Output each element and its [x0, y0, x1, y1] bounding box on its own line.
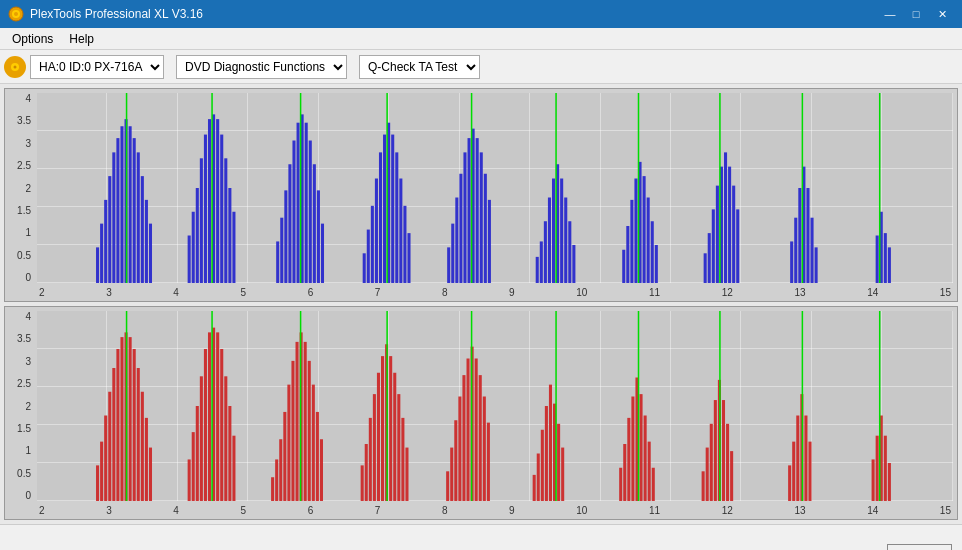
start-button[interactable]: Start [887, 544, 952, 551]
svg-rect-178 [475, 359, 478, 502]
svg-rect-221 [884, 436, 887, 501]
svg-rect-93 [704, 253, 707, 283]
svg-rect-173 [454, 420, 457, 501]
svg-rect-15 [133, 138, 136, 283]
svg-rect-148 [287, 385, 290, 501]
svg-rect-183 [533, 475, 536, 501]
svg-rect-197 [640, 394, 643, 501]
svg-rect-48 [367, 230, 370, 283]
function-dropdown[interactable]: DVD Diagnostic Functions [176, 55, 347, 79]
svg-rect-51 [379, 152, 382, 283]
menu-help[interactable]: Help [61, 30, 102, 48]
close-button[interactable]: ✕ [930, 5, 954, 23]
drive-selector-area: HA:0 ID:0 PX-716A [4, 55, 164, 79]
svg-rect-176 [467, 359, 470, 502]
svg-rect-190 [561, 448, 564, 501]
svg-rect-193 [623, 444, 626, 501]
svg-rect-68 [480, 152, 483, 283]
svg-rect-144 [271, 477, 274, 501]
svg-rect-152 [304, 342, 307, 501]
svg-rect-83 [622, 250, 625, 283]
svg-rect-140 [224, 376, 227, 501]
svg-rect-184 [537, 454, 540, 502]
svg-rect-105 [798, 188, 801, 283]
drive-dropdown[interactable]: HA:0 ID:0 PX-716A [30, 55, 164, 79]
svg-rect-56 [399, 179, 402, 284]
svg-rect-38 [292, 141, 295, 284]
svg-rect-136 [208, 332, 211, 501]
minimize-button[interactable]: — [878, 5, 902, 23]
svg-rect-47 [363, 253, 366, 283]
svg-rect-186 [545, 406, 548, 501]
window-controls: — □ ✕ [878, 5, 954, 23]
svg-rect-175 [462, 375, 465, 501]
svg-rect-200 [652, 468, 655, 501]
svg-rect-114 [888, 247, 891, 283]
maximize-button[interactable]: □ [904, 5, 928, 23]
svg-rect-90 [651, 221, 654, 283]
svg-rect-142 [232, 436, 235, 501]
svg-rect-219 [876, 436, 879, 501]
svg-rect-162 [377, 373, 380, 501]
menu-options[interactable]: Options [4, 30, 61, 48]
svg-rect-55 [395, 152, 398, 283]
svg-rect-167 [397, 394, 400, 501]
svg-point-2 [14, 12, 18, 16]
svg-rect-28 [216, 119, 219, 283]
svg-rect-70 [488, 200, 491, 283]
svg-rect-117 [100, 442, 103, 501]
svg-rect-222 [888, 463, 891, 501]
svg-rect-109 [815, 247, 818, 283]
svg-rect-31 [228, 188, 231, 283]
bottom-chart-svg [37, 311, 953, 501]
svg-rect-22 [192, 212, 195, 283]
svg-rect-169 [405, 448, 408, 501]
app-title: PlexTools Professional XL V3.16 [30, 7, 203, 21]
svg-rect-34 [276, 241, 279, 283]
test-dropdown[interactable]: Q-Check TA Test [359, 55, 480, 79]
svg-rect-141 [228, 406, 231, 501]
svg-rect-156 [320, 439, 323, 501]
svg-rect-100 [732, 186, 735, 283]
svg-rect-101 [736, 209, 739, 283]
svg-rect-99 [728, 167, 731, 283]
svg-rect-16 [137, 152, 140, 283]
bottom-chart-y-axis: 4 3.5 3 2.5 2 1.5 1 0.5 0 [5, 311, 35, 501]
svg-rect-166 [393, 373, 396, 501]
svg-rect-204 [710, 424, 713, 501]
svg-rect-174 [458, 397, 461, 502]
svg-rect-36 [284, 190, 287, 283]
svg-rect-94 [708, 233, 711, 283]
svg-rect-205 [714, 400, 717, 501]
svg-rect-80 [568, 221, 571, 283]
svg-rect-44 [317, 190, 320, 283]
svg-rect-65 [468, 138, 471, 283]
svg-rect-32 [232, 212, 235, 283]
svg-rect-124 [129, 337, 132, 501]
svg-rect-73 [540, 241, 543, 283]
svg-rect-215 [804, 416, 807, 502]
svg-rect-49 [371, 206, 374, 283]
svg-rect-45 [321, 224, 324, 283]
svg-rect-181 [487, 423, 490, 501]
svg-rect-14 [129, 126, 132, 283]
svg-rect-172 [450, 448, 453, 501]
svg-rect-209 [730, 451, 733, 501]
svg-rect-58 [407, 233, 410, 283]
svg-rect-88 [643, 176, 646, 283]
svg-rect-212 [792, 442, 795, 501]
main-content: 4 3.5 3 2.5 2 1.5 1 0.5 0 [0, 84, 962, 524]
svg-rect-108 [811, 218, 814, 283]
svg-rect-61 [451, 224, 454, 283]
svg-rect-57 [403, 206, 406, 283]
svg-point-5 [14, 65, 17, 68]
menu-bar: Options Help [0, 28, 962, 50]
svg-rect-134 [200, 376, 203, 501]
svg-rect-8 [104, 200, 107, 283]
svg-rect-25 [204, 135, 207, 283]
toolbar: HA:0 ID:0 PX-716A DVD Diagnostic Functio… [0, 50, 962, 84]
svg-rect-160 [369, 418, 372, 501]
svg-rect-202 [702, 471, 705, 501]
svg-rect-84 [626, 226, 629, 283]
svg-rect-185 [541, 430, 544, 501]
